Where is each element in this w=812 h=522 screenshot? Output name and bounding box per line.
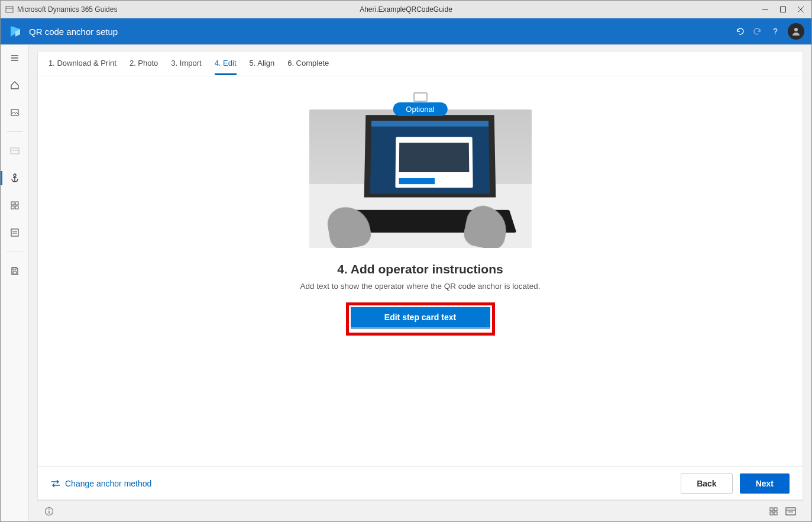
dynamics-logo-icon [8, 24, 23, 39]
maximize-icon[interactable] [779, 6, 787, 13]
app-window-icon [5, 5, 14, 14]
svg-rect-25 [13, 272, 17, 274]
laptop-illustration [309, 109, 532, 248]
home-icon[interactable] [1, 77, 29, 94]
swap-icon [51, 479, 60, 488]
svg-rect-0 [6, 7, 13, 12]
svg-rect-36 [786, 508, 795, 515]
svg-point-14 [14, 174, 16, 176]
svg-rect-12 [11, 148, 19, 154]
next-button[interactable]: Next [740, 473, 790, 494]
tab-download-print[interactable]: 1. Download & Print [48, 53, 117, 75]
document-name: Aheri.ExampleQRCodeGuide [360, 5, 452, 14]
svg-rect-11 [11, 109, 18, 115]
tab-import[interactable]: 3. Import [171, 53, 201, 75]
detail-view-icon[interactable] [785, 507, 796, 516]
window-titlebar: Microsoft Dynamics 365 Guides Aheri.Exam… [1, 1, 811, 18]
svg-rect-35 [774, 512, 777, 515]
page-title: QR code anchor setup [29, 27, 118, 37]
svg-rect-3 [781, 7, 786, 12]
anchor-icon[interactable] [1, 170, 29, 186]
hamburger-icon[interactable] [1, 50, 29, 66]
rail-divider [7, 131, 23, 132]
svg-rect-18 [15, 202, 18, 205]
svg-rect-20 [15, 206, 18, 209]
image-icon[interactable] [1, 104, 29, 121]
back-button[interactable]: Back [681, 473, 732, 494]
card-icon[interactable] [1, 143, 29, 159]
grid-icon[interactable] [1, 197, 29, 214]
rail-divider [7, 252, 23, 252]
wizard-footer: Change anchor method Back Next [38, 466, 803, 500]
svg-rect-24 [13, 268, 16, 270]
form-icon[interactable] [1, 224, 29, 241]
svg-text:?: ? [773, 27, 778, 36]
svg-point-7 [794, 28, 798, 31]
tab-align[interactable]: 5. Align [250, 53, 275, 75]
svg-rect-34 [770, 512, 773, 515]
help-icon[interactable]: ? [770, 26, 781, 37]
left-nav-rail [1, 45, 29, 521]
change-anchor-method-label: Change anchor method [65, 479, 151, 488]
screenshot-highlight: Edit step card text [346, 302, 495, 336]
save-icon[interactable] [1, 263, 29, 279]
tab-complete[interactable]: 6. Complete [287, 53, 329, 75]
close-icon[interactable] [797, 6, 804, 13]
svg-rect-33 [774, 508, 777, 511]
tab-photo[interactable]: 2. Photo [130, 53, 158, 75]
svg-rect-26 [414, 93, 427, 101]
edit-step-card-text-button[interactable]: Edit step card text [351, 307, 490, 327]
step-description: Add text to show the operator where the … [300, 281, 541, 292]
step-title: 4. Add operator instructions [337, 262, 503, 276]
svg-rect-17 [11, 202, 14, 205]
app-name: Microsoft Dynamics 365 Guides [17, 5, 117, 14]
tab-edit[interactable]: 4. Edit [215, 53, 237, 75]
redo-icon[interactable] [752, 26, 763, 37]
svg-point-31 [48, 508, 50, 510]
app-header: QR code anchor setup ? [1, 18, 811, 44]
optional-badge: Optional [393, 102, 447, 116]
grid-view-icon[interactable] [769, 507, 778, 516]
illustration-wrap: Optional [309, 109, 532, 248]
svg-rect-19 [11, 206, 14, 209]
info-icon[interactable] [44, 507, 54, 516]
svg-rect-32 [770, 508, 773, 511]
avatar[interactable] [788, 23, 804, 40]
svg-rect-21 [11, 229, 18, 236]
status-bar [37, 500, 803, 521]
undo-icon[interactable] [735, 26, 745, 37]
wizard-step-tabs: 1. Download & Print 2. Photo 3. Import 4… [38, 51, 803, 76]
minimize-icon[interactable] [762, 6, 769, 13]
change-anchor-method-link[interactable]: Change anchor method [51, 479, 151, 488]
